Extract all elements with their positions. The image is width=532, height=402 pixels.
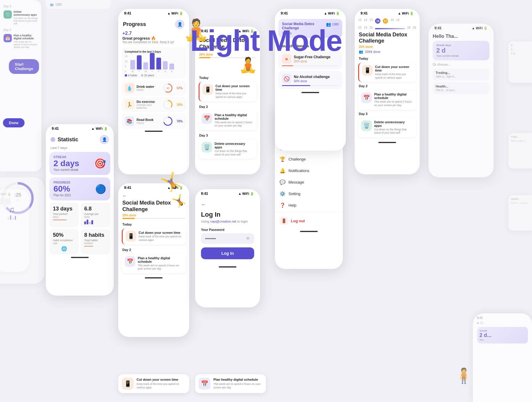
menu-item-challenge[interactable]: 🏆 Challenge [275, 153, 343, 165]
rp1-title: Social Media Detox Challenge [359, 32, 416, 44]
brp-streak-val: 2 d... [479, 332, 525, 338]
top-participants-count: 1380 [55, 3, 62, 6]
bar-T2: T [150, 53, 155, 73]
challenges-status-icons: ▲ WiFi 🔋 [324, 12, 340, 15]
habit-name-water: Drink water [137, 85, 154, 88]
stat-status-icons: ▲WiFi🔋 [91, 127, 108, 131]
done-button[interactable]: Done [3, 118, 25, 127]
3d-person-social: 🤸 [160, 171, 182, 192]
day4-label: Day 4 [4, 28, 38, 32]
social-task-day2-desc: This week aim to spend 2 hours on your s… [138, 264, 183, 271]
pr2-take: Take a right d... [511, 140, 530, 142]
habit-sub-exercise: Change your batteries [137, 103, 160, 109]
logout-label: Log out [291, 219, 305, 223]
menu-challenge-label: Challenge [288, 157, 306, 161]
top-participants-bar: 👥 1380 [46, 0, 111, 9]
pr2-tredi: Tredi... [511, 135, 530, 138]
cal-progress-bar [375, 28, 405, 29]
habit-progress-book [163, 116, 173, 127]
day-2-label: Day 2 [195, 103, 260, 110]
task-today-1-icon: 📱 [202, 84, 213, 95]
login-status-bar: 9:41 ▲ WiFi 🔋 [195, 189, 260, 197]
bar-s2-fill [169, 64, 174, 69]
notification-icon: 🔔 [280, 168, 286, 174]
mini-globe-3: 🌐 [53, 246, 75, 252]
mini-chart-2 [84, 220, 107, 224]
social-task-day2-info: Plan a healthy digital schedule This wee… [138, 256, 183, 271]
task-day3-1: 🗑️ Delete unnecessary apps Cut down on t… [199, 140, 257, 159]
bar-s1-fill [163, 61, 168, 69]
bar-F: F [156, 58, 161, 73]
progress-sub: Plan for 2021 [53, 194, 71, 197]
social-task-today-info: Cut down your screen time Keep track of … [139, 231, 183, 242]
statistic-phone: 9:41 ▲WiFi🔋 Statistic 👤 Last 7 days Stre… [46, 124, 114, 296]
sug-title-2: Plan healthy digital schedule [213, 378, 262, 381]
streak-days: 2 days [53, 159, 79, 168]
ch-card-2-pct: 50% done [294, 80, 330, 83]
task-delete-desc: Cut down on the things that stand of you… [14, 17, 38, 25]
social-back-icon: ← [122, 193, 127, 199]
menu-item-notifications[interactable]: 🔔 Notifications [275, 165, 343, 176]
habit-progress-water: 57 [163, 83, 173, 93]
login-back-icon[interactable]: ← [201, 202, 254, 208]
day-3-label: Day 3 [195, 131, 260, 138]
progress-card: Progress 60% Plan for 2021 🔵 [49, 177, 110, 200]
rp2-health-sub: The fo... of your... [436, 89, 486, 92]
pr3-health: Health... [511, 197, 530, 200]
rp2-content: Hello Tha... Streak days 2 d Your curren… [429, 31, 494, 96]
rp1-bottom-pill [378, 142, 396, 143]
cal-17-orange: 17 [383, 18, 388, 24]
pr1-c: C... [511, 48, 530, 51]
rp1-calendar-row2: 23 24 25 28 29 [355, 25, 420, 32]
prog-change: +2.7 [122, 31, 132, 36]
cal-13: 13 [358, 18, 361, 24]
pr3-content: Health... The fo... of your... [508, 195, 532, 207]
stat-title: Statistic [58, 137, 78, 143]
ch-card-2-icon: 🚫 [282, 74, 291, 83]
habit-item-1: 💧 Drink water Detox 57 57% [122, 80, 186, 96]
logout-icon: 🚪 [280, 217, 288, 225]
habit-sub-book: Focus [137, 121, 153, 124]
ch-card-1-pct: 20% done [294, 60, 330, 63]
prog-status-bar: 9:41 ▲ WiFi 🔋 [118, 9, 189, 17]
prog-good: Great progress 🔥 [122, 36, 185, 40]
rp2-streak-val: 2 d [436, 47, 486, 54]
login-button[interactable]: Log In [201, 247, 254, 259]
task-day3-1-info: Delete unnecessary apps Cut down on the … [215, 142, 254, 156]
social-bottom-pill [145, 277, 163, 278]
legend-habits-dot [125, 74, 127, 77]
start-challenge-btn[interactable]: Start Challenge [9, 59, 39, 74]
logout-item[interactable]: 🚪 Log out [275, 214, 343, 228]
prog-time: 9:41 [124, 11, 131, 15]
right-phone-2: 9:41 ▲ WiFi 🔋 Hello Tha... Streak days 2… [429, 24, 494, 177]
sug-title-1: Cut down your screen time [137, 378, 186, 381]
stat-title-row: Statistic [51, 137, 78, 143]
password-val: •••••••• [205, 236, 216, 241]
menu-item-message[interactable]: 💬 Message [275, 176, 343, 188]
pr1-content: S C... 7 d... [508, 41, 532, 57]
menu-item-help[interactable]: ❓ Help [275, 200, 343, 211]
menu-item-setting[interactable]: ⚙️ Setting [275, 188, 343, 200]
social-today-label: Today [118, 220, 189, 227]
eye-icon[interactable]: 👁 [246, 236, 250, 241]
bar-W: W [143, 62, 148, 73]
message-icon: 💬 [280, 179, 286, 185]
bar-S2: S [169, 64, 174, 73]
right-phone-1: 9:41 ▲ WiFi 🔋 13 14 15 16 17 18 19 23 24… [355, 9, 420, 174]
menu-help-label: Help [288, 203, 296, 208]
task-day2-1-icon: 📅 [202, 113, 212, 124]
task-day3-1-desc: Cut down on the things that stand of you… [215, 150, 254, 156]
social-title-area: Social Media Detox Challenge 🤸 [118, 200, 189, 213]
rp1-today-label: Today [355, 56, 420, 61]
password-field[interactable]: •••••••• 👁 [201, 233, 254, 244]
task-today-1: 📱 Cut down your screen time Keep track o… [199, 82, 257, 101]
menu-bottom-pill [300, 231, 318, 232]
pr1-7: 7 d... [511, 52, 530, 55]
rp1-task-2: 📅 Plan a healthy digital schedule This w… [358, 90, 416, 109]
task-day2-1-name: Plan a healthy digital schedule [215, 113, 254, 120]
task-plan-desc: This week aim to spend 2 hours on your s… [14, 40, 38, 48]
ch-3d-figure: 🧘 [195, 56, 260, 74]
sug-desc-1: Keep track of the time you spend on vari… [137, 382, 186, 390]
stat-label-3: Habit completion [53, 239, 75, 242]
social-bar-fill [122, 218, 135, 219]
